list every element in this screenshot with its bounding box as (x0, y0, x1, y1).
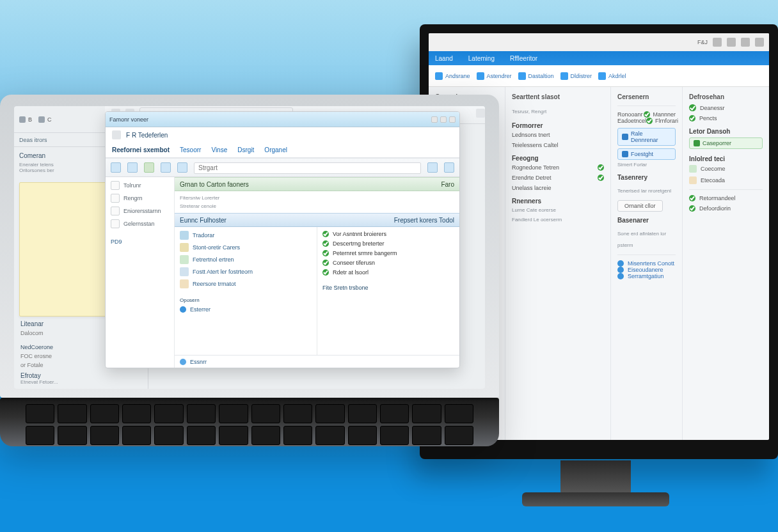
tool-icon[interactable] (444, 162, 454, 173)
list-item[interactable]: Misenrtens Conott (617, 260, 676, 267)
list-item[interactable]: Unelass lacreie (512, 185, 604, 191)
search-wrap (194, 161, 421, 174)
tool-icon[interactable] (427, 162, 438, 173)
list-item[interactable]: Descertrng breterter (322, 240, 454, 247)
divider (617, 254, 676, 255)
side-item[interactable]: Rengrn (111, 194, 169, 203)
highlight-pill[interactable]: Foestght (617, 148, 676, 160)
list-item[interactable]: Lurne Cate eorerse (512, 207, 604, 213)
sysicon-2[interactable] (727, 38, 736, 47)
list-item[interactable]: Rdetr at lsoorl (322, 269, 454, 276)
tab[interactable]: Deas itrors (19, 137, 47, 143)
check-icon (322, 240, 329, 247)
list-item[interactable]: Stont-oretir Carers (180, 243, 312, 252)
breadcrumb-text[interactable]: F R Tedeferlen (126, 132, 168, 139)
cube-icon (518, 72, 526, 80)
sysicon-3[interactable] (741, 38, 750, 47)
window-title: Famonr voneer (109, 116, 148, 123)
monitor-col-list: Searttent slasot Tesrusr, Rengrt Formorr… (505, 87, 611, 440)
list-item[interactable]: Defoordiorin (689, 205, 763, 212)
ribbon-tab-2[interactable]: Lateming (468, 55, 495, 62)
tool-icon[interactable] (476, 109, 485, 118)
check-icon (322, 231, 329, 237)
tab[interactable]: Vinse (211, 146, 227, 153)
monitor-col-aside: Defrosehan Deanessr Pencts Letor Dansoh … (683, 87, 769, 440)
group-header[interactable]: Eunnc Fulhoster Frepsert korers Todol (175, 213, 459, 227)
check-icon (322, 260, 329, 266)
list-item[interactable]: Fostt Atert ler fostrteorn (180, 267, 312, 276)
tool-icon[interactable] (177, 162, 187, 173)
titlebar-label: F&J (697, 39, 708, 45)
side-item[interactable]: PD9 (111, 239, 169, 245)
group-header[interactable]: Grnan to Carton faoners Faro (175, 177, 459, 191)
subline: Simert Forlar (617, 162, 676, 168)
ribbon-item-2[interactable]: Astendrer (477, 72, 512, 80)
max-button[interactable] (440, 116, 447, 123)
tool-icon[interactable] (111, 162, 121, 173)
ribbon-item-1[interactable]: Andsrane (435, 72, 470, 80)
pill-icon (694, 140, 700, 146)
side-item[interactable]: Tolrunr (111, 181, 169, 190)
back-icon[interactable] (112, 130, 121, 139)
tool-icon[interactable] (161, 162, 171, 173)
list-item[interactable]: Vor Asntnnt broierers (322, 231, 454, 237)
laptop-main: Famonr voneer F R Tedeferlen Reefornei s… (148, 106, 485, 389)
bullet-icon (617, 273, 624, 279)
toolbar-chip[interactable]: C (38, 116, 52, 123)
list-item[interactable]: Deanessr (689, 104, 763, 111)
list-item[interactable]: Coecome (689, 165, 763, 173)
list-item[interactable]: Rognedone Tetren (512, 164, 604, 171)
list-item[interactable]: Peternret srmre bangerm (322, 250, 454, 256)
list-item[interactable]: Lednsons tnert (512, 132, 604, 138)
close-button[interactable] (449, 116, 456, 123)
highlight-pill[interactable]: Rale Dennrenar (617, 128, 676, 146)
bottom-hint: Etnevat Fetoer... (20, 379, 141, 385)
tab[interactable]: Organel (264, 146, 287, 153)
tab[interactable]: Dsrgit (237, 146, 254, 153)
list-item[interactable]: Teielessens Caltel (512, 142, 604, 148)
col-right: Vor Asntnnt broierers Descertrng bretert… (317, 227, 459, 355)
list-item[interactable]: Eiseoudanere (617, 267, 676, 273)
list-item[interactable]: Erendrte Detret (512, 175, 604, 181)
bullet-icon (617, 260, 624, 267)
list-item[interactable]: Fandlerd Le ocerserm (512, 217, 604, 223)
tab[interactable]: Tesoorr (180, 146, 201, 153)
tab[interactable]: Reefornei sxembot (112, 146, 170, 153)
list-item[interactable]: Conseer tiferusn (322, 260, 454, 266)
ribbon-item-5[interactable]: Akdrlel (598, 72, 626, 80)
ribbon-tab-3[interactable]: Rffleeritor (510, 55, 537, 62)
action-button[interactable]: Ornanit cllor (617, 200, 663, 212)
sysicon-1[interactable] (713, 38, 722, 47)
col-header: Defrosehan (689, 93, 763, 100)
list-item[interactable]: Reersore trmatot (180, 279, 312, 288)
list-item[interactable]: Fetrertnol ertren (180, 255, 312, 264)
ribbon-item-3[interactable]: Dastaltion (518, 72, 554, 80)
min-button[interactable] (431, 116, 438, 123)
list-item[interactable]: Pencts (689, 115, 763, 121)
sysicon-4[interactable] (755, 38, 764, 47)
side-item[interactable]: Gelernsstan (111, 219, 169, 228)
col-header: Searttent slasot (512, 93, 604, 100)
side-item[interactable]: Eniorersstarnn (111, 207, 169, 215)
check-icon (322, 269, 329, 276)
tool-icon[interactable] (127, 162, 138, 173)
ribbon-item-4[interactable]: Dldistrer (560, 72, 592, 80)
toolbar-chip[interactable]: B (19, 116, 32, 123)
window-titlebar[interactable]: Famonr voneer (106, 112, 459, 127)
list-item[interactable]: Esterrer (180, 306, 312, 313)
list-item[interactable]: Retormandeel (689, 195, 763, 201)
list-item[interactable]: Serramtgatiun (617, 273, 676, 279)
list-item[interactable]: Etecoada (689, 176, 763, 184)
search-input[interactable] (194, 162, 421, 174)
monitor-titlebar: F&J (429, 33, 769, 51)
detail-row: RonooanrMannner (617, 111, 676, 118)
tool-icon[interactable] (144, 162, 154, 173)
ribbon-tab-1[interactable]: Laand (435, 55, 453, 62)
folder-icon (111, 181, 120, 190)
monitor-col-details: Cersenern RonooanrMannner EadoetncelFlrn… (611, 87, 683, 440)
bullet-icon (180, 306, 186, 313)
section-header: Letor Dansoh (689, 128, 763, 135)
subtext: Streterar cenole (180, 203, 454, 209)
list-item[interactable]: Tradorar (180, 231, 312, 240)
subtext: Fitersniw Lorerter (180, 195, 454, 201)
